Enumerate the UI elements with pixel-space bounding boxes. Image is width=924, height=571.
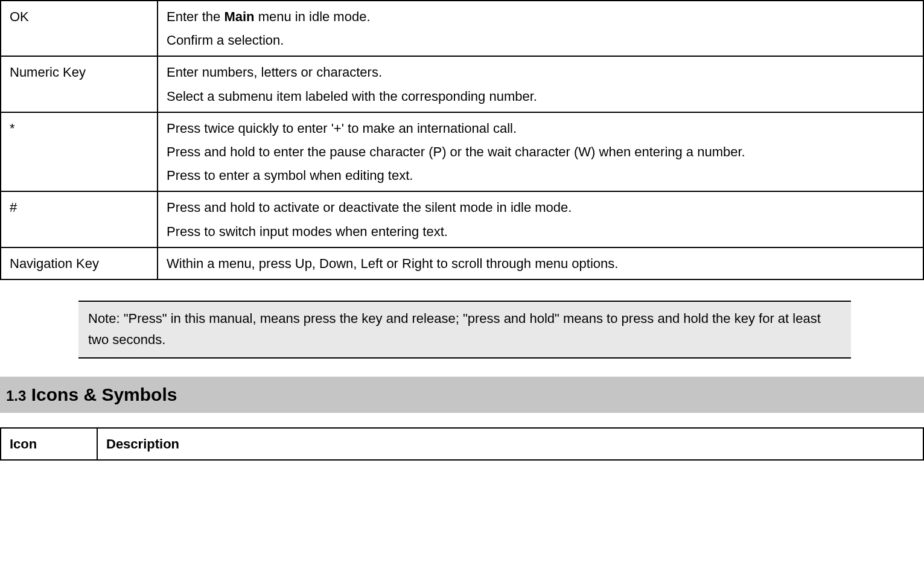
description-line: Press to switch input modes when enterin… [167,221,914,242]
icons-header-description: Description [97,428,923,460]
note-box: Note: "Press" in this manual, means pres… [78,301,851,359]
description-line: Enter numbers, letters or characters. [167,62,914,83]
description-cell: Press and hold to activate or deactivate… [158,191,923,247]
note-text: Note: "Press" in this manual, means pres… [88,311,821,347]
key-cell: OK [1,1,158,56]
section-title: Icons & Symbols [31,384,177,404]
description-line: Enter the Main menu in idle mode. [167,6,914,27]
table-row: Navigation KeyWithin a menu, press Up, D… [1,247,923,279]
key-cell: Navigation Key [1,247,158,279]
table-row: *Press twice quickly to enter '+' to mak… [1,112,923,192]
description-cell: Enter numbers, letters or characters.Sel… [158,56,923,112]
key-cell: * [1,112,158,192]
icons-header-icon: Icon [1,428,97,460]
keys-table: OKEnter the Main menu in idle mode.Confi… [0,0,924,280]
key-cell: Numeric Key [1,56,158,112]
section-heading: 1.3 Icons & Symbols [0,377,924,413]
description-cell: Enter the Main menu in idle mode.Confirm… [158,1,923,56]
section-number: 1.3 [6,388,26,404]
description-line: Confirm a selection. [167,30,914,51]
description-line: Press and hold to enter the pause charac… [167,141,914,162]
table-row: Numeric KeyEnter numbers, letters or cha… [1,56,923,112]
icons-table: Icon Description [0,427,924,461]
description-line: Within a menu, press Up, Down, Left or R… [167,253,914,274]
description-line: Select a submenu item labeled with the c… [167,86,914,107]
description-line: Press to enter a symbol when editing tex… [167,165,914,186]
description-cell: Within a menu, press Up, Down, Left or R… [158,247,923,279]
table-row: #Press and hold to activate or deactivat… [1,191,923,247]
icons-header-row: Icon Description [1,428,923,460]
description-line: Press and hold to activate or deactivate… [167,197,914,218]
description-line: Press twice quickly to enter '+' to make… [167,118,914,139]
key-cell: # [1,191,158,247]
bold-text: Main [224,9,254,24]
table-row: OKEnter the Main menu in idle mode.Confi… [1,1,923,56]
description-cell: Press twice quickly to enter '+' to make… [158,112,923,192]
note-container: Note: "Press" in this manual, means pres… [78,301,851,359]
